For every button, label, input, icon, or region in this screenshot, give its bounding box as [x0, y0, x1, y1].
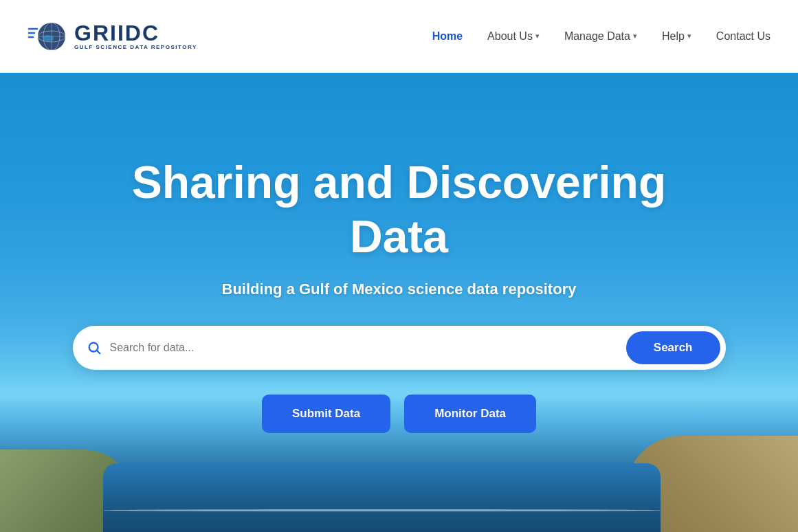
hero-subtitle: Building a Gulf of Mexico science data r…: [222, 280, 577, 298]
svg-point-8: [43, 35, 54, 42]
nav-item-help[interactable]: Help ▾: [662, 30, 691, 43]
logo[interactable]: GRIIDC GULF SCIENCE DATA REPOSITORY: [27, 16, 197, 56]
logo-subtitle: GULF SCIENCE DATA REPOSITORY: [74, 44, 197, 50]
action-buttons: Submit Data Monitor Data: [262, 395, 536, 433]
nav-item-about[interactable]: About Us ▾: [487, 30, 540, 43]
submit-data-button[interactable]: Submit Data: [262, 395, 390, 433]
hero-section: Sharing and Discovering Data Building a …: [0, 73, 798, 532]
chevron-down-icon: ▾: [633, 32, 637, 41]
nav-link-contact[interactable]: Contact Us: [716, 30, 771, 43]
nav-menu: Home About Us ▾ Manage Data ▾ Help ▾ Con…: [432, 30, 771, 43]
nav-link-about[interactable]: About Us ▾: [487, 30, 540, 43]
nav-item-home[interactable]: Home: [432, 30, 463, 43]
nav-item-contact[interactable]: Contact Us: [716, 30, 771, 43]
search-bar: Search: [73, 326, 726, 370]
search-icon: [87, 340, 102, 355]
svg-line-10: [97, 351, 100, 354]
nav-link-home[interactable]: Home: [432, 30, 463, 43]
nav-item-manage-data[interactable]: Manage Data ▾: [564, 30, 637, 43]
water-ripple-3: [103, 509, 661, 511]
nav-link-help[interactable]: Help ▾: [662, 30, 691, 43]
hero-water: [103, 463, 661, 532]
monitor-data-button[interactable]: Monitor Data: [404, 395, 536, 433]
hero-content: Sharing and Discovering Data Building a …: [0, 73, 798, 433]
hero-title: Sharing and Discovering Data: [124, 155, 674, 264]
search-input[interactable]: [110, 342, 626, 354]
logo-icon: [27, 16, 67, 56]
nav-link-manage-data[interactable]: Manage Data ▾: [564, 30, 637, 43]
chevron-down-icon: ▾: [687, 32, 691, 41]
chevron-down-icon: ▾: [535, 32, 540, 41]
search-button[interactable]: Search: [626, 331, 720, 364]
logo-title: GRIIDC: [74, 22, 197, 44]
navbar: GRIIDC GULF SCIENCE DATA REPOSITORY Home…: [0, 0, 798, 73]
logo-text: GRIIDC GULF SCIENCE DATA REPOSITORY: [74, 22, 197, 50]
